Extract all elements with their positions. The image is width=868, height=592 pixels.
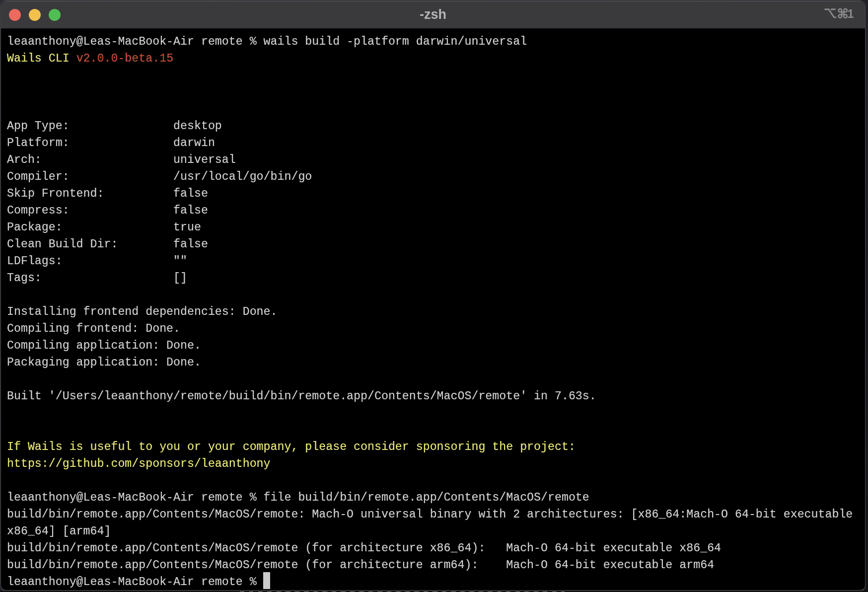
svg-text:1: 1 bbox=[848, 7, 854, 20]
